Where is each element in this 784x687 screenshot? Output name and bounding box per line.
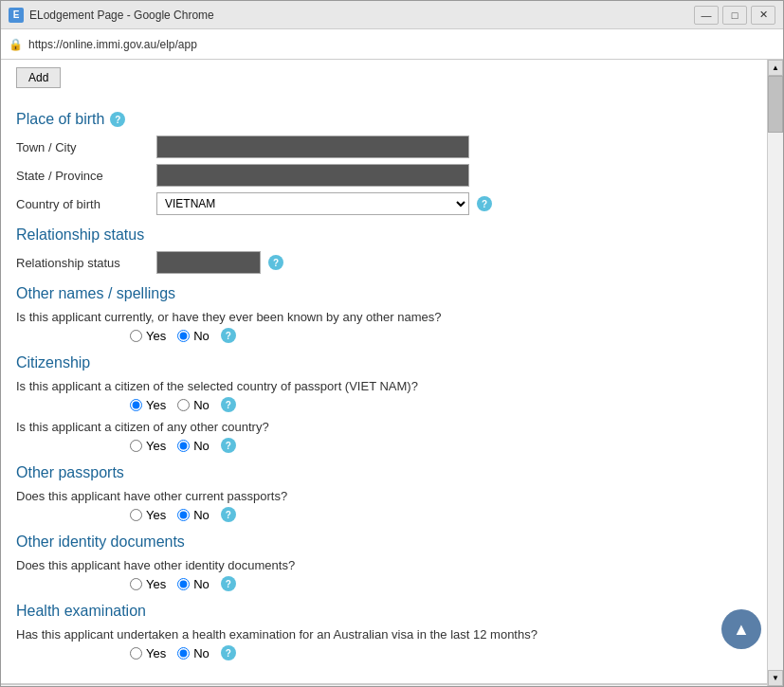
other-identity-section: Other identity documents Does this appli… <box>16 533 593 591</box>
country-of-birth-label: Country of birth <box>16 197 149 211</box>
state-province-label: State / Province <box>16 169 149 183</box>
citizenship-q2-no-option[interactable]: No <box>177 439 210 453</box>
window-controls: — □ ✕ <box>694 6 775 25</box>
relationship-status-heading: Relationship status <box>16 226 593 244</box>
window-title: ELodgement Page - Google Chrome <box>29 9 688 22</box>
url-display: https://online.immi.gov.au/elp/app <box>28 38 197 51</box>
page-content: Add Place of birth ? Town / City State /… <box>1 60 608 683</box>
relationship-status-row: Relationship status •••••• ? <box>16 251 593 274</box>
minimize-button[interactable]: — <box>694 6 719 25</box>
citizenship-q2-yes-radio[interactable] <box>130 440 142 452</box>
health-no-radio[interactable] <box>177 647 190 660</box>
citizenship-q1-yes-option[interactable]: Yes <box>130 398 166 412</box>
other-passports-help-icon[interactable]: ? <box>221 507 236 522</box>
citizenship-question1: Is this applicant a citizen of the selec… <box>16 379 593 393</box>
citizenship-q1-no-radio[interactable] <box>177 399 190 411</box>
other-identity-no-option[interactable]: No <box>177 577 210 591</box>
health-examination-heading: Health examination <box>16 603 593 620</box>
browser-icon: E <box>9 8 24 23</box>
relationship-status-select[interactable]: •••••• <box>156 251 261 274</box>
town-city-input[interactable] <box>156 136 469 158</box>
other-names-radio-group: Yes No ? <box>130 328 593 343</box>
other-passports-no-radio[interactable] <box>177 509 190 521</box>
scroll-up-button[interactable]: ▲ <box>768 60 783 76</box>
other-names-no-radio[interactable] <box>177 330 190 342</box>
state-province-input[interactable] <box>156 164 469 187</box>
health-yes-radio[interactable] <box>130 647 142 660</box>
other-identity-no-radio[interactable] <box>177 578 190 590</box>
other-names-yes-option[interactable]: Yes <box>130 329 166 343</box>
citizenship-heading: Citizenship <box>16 354 593 371</box>
other-names-section: Other names / spellings Is this applican… <box>16 285 593 343</box>
citizenship-q2-no-radio[interactable] <box>177 440 190 452</box>
citizenship-q1-no-option[interactable]: No <box>177 398 210 412</box>
health-examination-question: Has this applicant undertaken a health e… <box>16 627 593 642</box>
other-passports-question: Does this applicant have other current p… <box>16 489 593 503</box>
scrollbar[interactable]: ▲ ▼ <box>767 60 783 686</box>
health-no-option[interactable]: No <box>177 646 210 660</box>
place-of-birth-section: Place of birth ? Town / City State / Pro… <box>16 111 593 215</box>
place-of-birth-help-icon[interactable]: ? <box>110 112 125 127</box>
health-examination-section: Health examination Has this applicant un… <box>16 603 593 660</box>
other-identity-yes-radio[interactable] <box>130 578 142 590</box>
citizenship-q1-radio-group: Yes No ? <box>130 397 593 412</box>
other-passports-no-option[interactable]: No <box>177 508 210 522</box>
citizenship-q2-radio-group: Yes No ? <box>130 438 593 453</box>
citizenship-section: Citizenship Is this applicant a citizen … <box>16 354 593 453</box>
page-area: Add Place of birth ? Town / City State /… <box>1 60 767 686</box>
other-passports-yes-radio[interactable] <box>130 509 142 521</box>
country-of-birth-select[interactable]: VIETNAM <box>156 192 469 215</box>
scroll-track[interactable] <box>768 76 783 670</box>
country-of-birth-row: Country of birth VIETNAM ? <box>16 192 593 215</box>
scroll-down-button[interactable]: ▼ <box>768 670 783 686</box>
other-names-heading: Other names / spellings <box>16 285 593 302</box>
citizenship-q1-help-icon[interactable]: ? <box>221 397 236 412</box>
other-names-no-option[interactable]: No <box>177 329 210 343</box>
other-identity-yes-option[interactable]: Yes <box>130 577 166 591</box>
relationship-help-icon[interactable]: ? <box>268 255 283 270</box>
country-help-icon[interactable]: ? <box>477 196 492 211</box>
town-city-row: Town / City <box>16 136 593 158</box>
close-button[interactable]: ✕ <box>751 6 775 25</box>
lock-icon: 🔒 <box>9 38 23 51</box>
health-examination-radio-group: Yes No ? <box>130 645 593 660</box>
other-names-yes-radio[interactable] <box>130 330 142 342</box>
title-bar: E ELodgement Page - Google Chrome — □ ✕ <box>1 1 783 29</box>
place-of-birth-heading: Place of birth ? <box>16 111 593 128</box>
health-help-icon[interactable]: ? <box>221 645 236 660</box>
other-names-question: Is this applicant currently, or have the… <box>16 310 593 324</box>
footer-bar: ⬅ Previous 💾 Save 🖨 Print Nex <box>1 684 767 686</box>
citizenship-question2: Is this applicant a citizen of any other… <box>16 420 593 434</box>
add-button[interactable]: Add <box>16 67 61 88</box>
browser-content: Add Place of birth ? Town / City State /… <box>1 60 783 686</box>
state-province-row: State / Province <box>16 164 593 187</box>
other-passports-section: Other passports Does this applicant have… <box>16 464 593 522</box>
health-yes-option[interactable]: Yes <box>130 646 166 660</box>
other-identity-heading: Other identity documents <box>16 533 593 551</box>
maximize-button[interactable]: □ <box>722 6 747 25</box>
town-city-label: Town / City <box>16 140 149 154</box>
other-names-help-icon[interactable]: ? <box>221 328 236 343</box>
citizenship-q1-yes-radio[interactable] <box>130 399 142 411</box>
address-bar: 🔒 https://online.immi.gov.au/elp/app <box>1 29 783 60</box>
other-identity-help-icon[interactable]: ? <box>221 576 236 591</box>
other-passports-radio-group: Yes No ? <box>130 507 593 522</box>
citizenship-q2-yes-option[interactable]: Yes <box>130 439 166 453</box>
other-passports-yes-option[interactable]: Yes <box>130 508 166 522</box>
relationship-status-label: Relationship status <box>16 256 149 270</box>
other-passports-heading: Other passports <box>16 464 593 481</box>
scroll-to-top-button[interactable]: ▲ <box>721 609 761 649</box>
other-identity-question: Does this applicant have other identity … <box>16 558 593 572</box>
relationship-status-section: Relationship status Relationship status … <box>16 226 593 274</box>
other-identity-radio-group: Yes No ? <box>130 576 593 591</box>
citizenship-q2-help-icon[interactable]: ? <box>221 438 236 453</box>
scroll-thumb[interactable] <box>768 76 783 133</box>
